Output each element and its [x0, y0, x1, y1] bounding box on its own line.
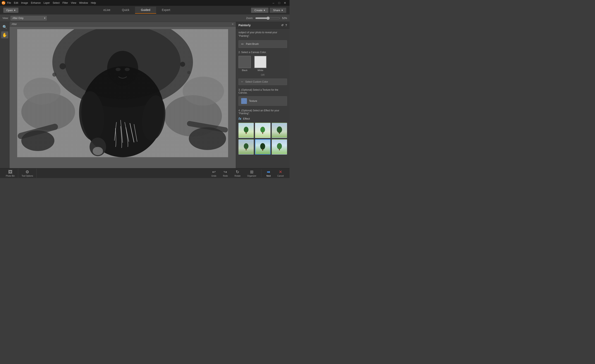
menu-window[interactable]: Window — [79, 1, 88, 4]
right-panel-body: subject of your photo to reveal your "Pa… — [236, 29, 290, 168]
svg-rect-37 — [246, 149, 247, 150]
texture-button[interactable]: Texture — [238, 96, 287, 106]
close-button[interactable]: ✕ — [282, 0, 288, 6]
effect-thumb-4[interactable] — [238, 139, 254, 155]
undo-icon: ↩ — [212, 169, 216, 174]
canvas-header: After ✕ — [9, 22, 236, 27]
effect-thumb-1[interactable] — [238, 123, 254, 138]
next-icon: ➡ — [267, 169, 270, 174]
undo-action[interactable]: ↩ Undo — [208, 169, 220, 178]
left-toolbar: 🔍 ✋ — [0, 22, 9, 168]
menu-layer[interactable]: Layer — [44, 1, 50, 4]
svg-rect-41 — [279, 149, 280, 150]
menu-enhance[interactable]: Enhance — [31, 1, 41, 4]
menu-file[interactable]: File — [7, 1, 11, 4]
create-label: Create — [254, 9, 262, 12]
svg-point-38 — [260, 143, 265, 150]
effect-thumb-4-inner — [239, 140, 253, 154]
tab-guided[interactable]: Guided — [135, 7, 156, 14]
canvas-image — [17, 29, 228, 157]
texture-icon — [241, 98, 247, 104]
redo-icon: ↪ — [224, 169, 227, 174]
custom-color-button[interactable]: ✏ Select Custom Color — [238, 78, 287, 85]
effect-thumb-2[interactable] — [255, 123, 270, 138]
svg-point-30 — [244, 127, 248, 132]
search-tool[interactable]: 🔍 — [1, 24, 8, 31]
black-color-option[interactable]: Black — [238, 56, 251, 71]
organizer-action[interactable]: ⊞ Organizer — [244, 169, 260, 178]
svg-point-40 — [277, 143, 282, 149]
photo-bin-label: Photo Bin — [6, 175, 15, 177]
next-label: Next — [266, 175, 271, 177]
cancel-label: Cancel — [277, 175, 284, 177]
zoom-slider[interactable] — [255, 17, 280, 20]
effect-thumb-5[interactable] — [255, 139, 270, 155]
open-button[interactable]: Open ▾ — [3, 8, 18, 13]
canvas-svg — [17, 29, 228, 157]
minimize-button[interactable]: – — [270, 0, 276, 6]
right-panel: Painterly ↺ ? subject of your photo to r… — [236, 22, 290, 168]
organizer-label: Organizer — [247, 175, 256, 177]
menu-filter[interactable]: Filter — [63, 1, 68, 4]
maximize-button[interactable]: □ — [276, 0, 282, 6]
white-color-option[interactable]: White — [254, 56, 267, 71]
view-bar: View: After Only Before Only Before & Af… — [0, 14, 290, 22]
rotate-label: Rotate — [234, 175, 241, 177]
step2-label: 2. Select a Canvas Color. — [238, 51, 287, 54]
tab-expert[interactable]: Expert — [156, 7, 176, 14]
menu-select[interactable]: Select — [53, 1, 60, 4]
cancel-button[interactable]: ✕ Cancel — [274, 169, 287, 178]
svg-rect-26 — [17, 29, 228, 157]
svg-point-36 — [244, 143, 248, 149]
zoom-value: 52% — [282, 17, 287, 20]
create-button[interactable]: Create ▾ — [251, 8, 269, 13]
effect-thumb-6[interactable] — [272, 139, 287, 155]
svg-rect-31 — [246, 132, 247, 134]
photo-canvas — [17, 29, 228, 157]
step3-label: 3. (Optional) Select a Texture for the C… — [238, 89, 287, 94]
svg-rect-35 — [279, 132, 280, 134]
menu-help[interactable]: Help — [91, 1, 96, 4]
white-swatch — [254, 56, 267, 68]
main-layout: 🔍 ✋ After ✕ — [0, 22, 290, 168]
paint-brush-button[interactable]: ✏ Paint Brush — [238, 40, 287, 48]
refresh-icon[interactable]: ↺ — [281, 24, 283, 27]
rotate-action[interactable]: ↻ Rotate — [231, 169, 244, 178]
hand-tool[interactable]: ✋ — [1, 31, 8, 38]
view-select-wrapper: After Only Before Only Before & After - … — [11, 16, 47, 21]
svg-rect-33 — [262, 132, 263, 134]
help-icon[interactable]: ? — [285, 24, 287, 27]
redo-action[interactable]: ↪ Redo — [220, 169, 231, 178]
right-panel-title: Painterly — [238, 24, 251, 27]
paint-brush-label: Paint Brush — [246, 42, 259, 45]
tab-elive[interactable]: eLive — [98, 7, 116, 14]
next-button[interactable]: ➡ Next — [263, 169, 274, 178]
photo-bin-tool[interactable]: 🖼 Photo Bin — [2, 169, 18, 178]
rotate-icon: ↻ — [236, 169, 239, 174]
tab-quick[interactable]: Quick — [116, 7, 135, 14]
title-bar: Ps File Edit Image Enhance Layer Select … — [0, 0, 290, 6]
effect-thumb-3[interactable] — [272, 123, 287, 138]
canvas-close-button[interactable]: ✕ — [232, 23, 234, 26]
canvas-label: After — [12, 23, 17, 26]
right-panel-header: Painterly ↺ ? — [236, 22, 290, 29]
view-select[interactable]: After Only Before Only Before & After - … — [11, 16, 47, 21]
zoom-label: Zoom: — [246, 17, 253, 20]
or-divider: OR — [238, 74, 287, 76]
canvas-area: After ✕ — [9, 22, 236, 168]
menu-view[interactable]: View — [71, 1, 76, 4]
svg-point-34 — [277, 126, 282, 133]
mode-tabs: eLive Quick Guided Expert — [22, 7, 251, 14]
share-chevron-icon: ▾ — [282, 9, 283, 12]
texture-label: Texture — [249, 100, 257, 103]
share-button[interactable]: Share ▾ — [270, 8, 286, 13]
fx-icon: fx — [238, 117, 241, 121]
tool-options-tool[interactable]: ⚙ Tool Options — [18, 169, 37, 178]
effect-label: Effect — [243, 117, 250, 120]
black-label: Black — [242, 69, 248, 71]
create-chevron-icon: ▾ — [264, 9, 265, 12]
menu-image[interactable]: Image — [21, 1, 28, 4]
menu-edit[interactable]: Edit — [14, 1, 18, 4]
open-chevron-icon: ▾ — [14, 9, 15, 12]
tool-options-label: Tool Options — [21, 175, 33, 177]
